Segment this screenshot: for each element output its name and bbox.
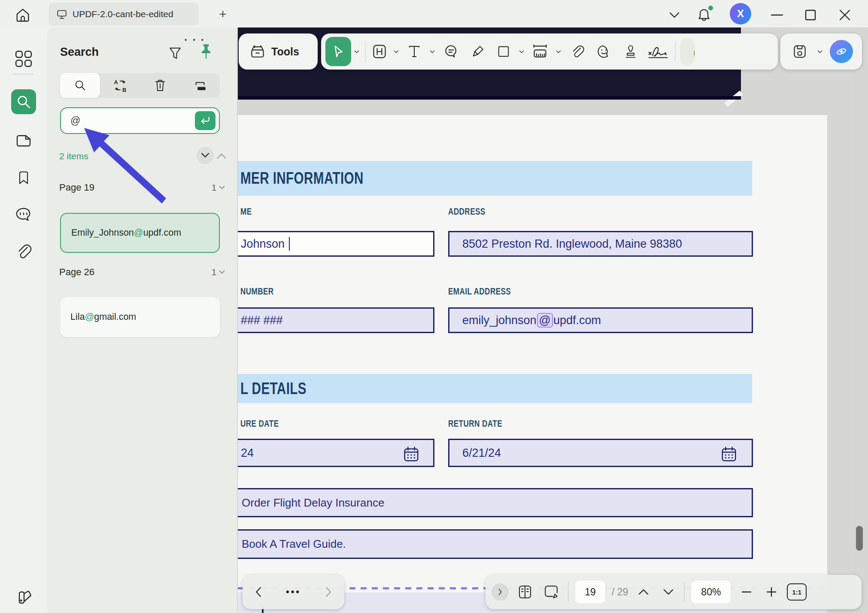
avatar-letter: X xyxy=(737,8,744,20)
document-viewport: MER INFORMATION ME ADDRESS Johnson 8502 … xyxy=(237,27,868,613)
search-panel: • • • Search A B xyxy=(47,27,237,613)
name-value: Johnson xyxy=(241,237,285,251)
result-group-header[interactable]: Page 26 1 xyxy=(59,266,225,279)
phone-field[interactable]: ### ### xyxy=(238,307,434,333)
search-result-item[interactable]: Emily_Johnson@updf.com xyxy=(60,213,220,253)
stamp-tool-button[interactable] xyxy=(617,37,644,66)
ai-assistant-button[interactable] xyxy=(830,40,853,63)
more-actions-button[interactable]: ••• xyxy=(286,580,301,604)
bookmark-icon xyxy=(16,170,31,186)
vertical-scrollbar-thumb[interactable] xyxy=(856,526,863,551)
address-label: ADDRESS xyxy=(448,206,486,217)
email-at-highlight: @ xyxy=(537,313,553,328)
tab-search[interactable] xyxy=(60,73,100,98)
chevron-down-icon xyxy=(817,50,823,54)
comment-tool-button[interactable] xyxy=(438,37,464,66)
sidebar-item-search[interactable] xyxy=(11,89,36,114)
new-tab-button[interactable]: + xyxy=(215,6,231,22)
previous-result-button[interactable] xyxy=(215,151,228,161)
tab-title: UPDF-2.0-cant-be-edited xyxy=(73,9,173,19)
home-button[interactable] xyxy=(13,5,33,25)
forward-button[interactable] xyxy=(325,580,332,604)
result-group-header[interactable]: Page 19 1 xyxy=(59,181,225,194)
pen-tool-button[interactable] xyxy=(464,37,491,66)
email-label: EMAIL ADDRESS xyxy=(448,286,511,297)
tab-delete[interactable] xyxy=(140,73,180,98)
chevron-down-icon xyxy=(354,50,360,54)
departure-date-field[interactable]: 24 xyxy=(238,439,434,467)
replace-ab-icon: A B xyxy=(113,78,127,93)
measure-tool-button[interactable] xyxy=(527,37,553,66)
filter-button[interactable] xyxy=(167,44,184,63)
actual-size-button[interactable]: 1:1 xyxy=(787,583,807,601)
shape-tool-dropdown[interactable] xyxy=(516,37,527,66)
monitor-icon xyxy=(56,9,67,20)
sidebar-item-attachments[interactable] xyxy=(11,239,36,264)
heading-tool-dropdown[interactable] xyxy=(391,37,402,66)
resources-button[interactable] xyxy=(11,585,36,610)
titlebar-expand-button[interactable] xyxy=(666,8,683,22)
collapse-bar-button[interactable] xyxy=(492,583,509,601)
save-button[interactable] xyxy=(789,37,810,66)
panel-drag-handle[interactable]: • • • xyxy=(185,36,206,43)
sidebar-item-comments[interactable] xyxy=(11,202,36,227)
zoom-in-button[interactable] xyxy=(762,580,781,604)
name-field[interactable]: Johnson xyxy=(238,231,434,257)
save-dropdown[interactable] xyxy=(814,37,826,66)
fit-label: 1:1 xyxy=(792,589,802,596)
tools-button[interactable]: Tools xyxy=(239,33,318,70)
search-result-item[interactable]: Lila@gmail.com xyxy=(60,297,220,337)
departure-date-label: URE DATE xyxy=(240,418,279,429)
minimize-button[interactable] xyxy=(768,8,786,22)
email-field[interactable]: emily_johnson@updf.com xyxy=(448,307,753,333)
sticker-tool-button[interactable] xyxy=(591,37,617,66)
zoom-out-button[interactable] xyxy=(737,580,756,604)
signature-icon xyxy=(647,44,669,59)
measure-tool-dropdown[interactable] xyxy=(553,37,564,66)
close-button[interactable] xyxy=(836,8,853,22)
zoom-level-input[interactable]: 80% xyxy=(691,580,731,604)
search-submit-button[interactable] xyxy=(195,111,215,130)
calendar-icon[interactable] xyxy=(403,446,419,462)
insurance-option-row[interactable]: Order Flight Delay Insurance xyxy=(238,488,753,517)
pen-icon xyxy=(470,44,485,59)
signature-tool-button[interactable] xyxy=(644,37,672,66)
account-avatar[interactable]: X xyxy=(730,3,751,24)
chevron-down-icon xyxy=(429,50,435,54)
pin-panel-button[interactable] xyxy=(197,44,215,63)
result-text-match: @ xyxy=(134,228,143,238)
slideshow-button[interactable] xyxy=(541,580,562,604)
bottombar-divider xyxy=(684,583,685,601)
text-tool-dropdown[interactable] xyxy=(427,37,438,66)
text-tool-button[interactable] xyxy=(402,37,427,66)
calendar-icon[interactable] xyxy=(721,446,737,462)
previous-page-button[interactable] xyxy=(634,580,653,604)
travel-guide-option-row[interactable]: Book A Travel Guide. xyxy=(238,529,753,559)
return-date-field[interactable]: 6/21/24 xyxy=(448,439,753,467)
sidebar-item-pages[interactable] xyxy=(11,127,36,152)
ellipsis-icon: ••• xyxy=(286,586,301,598)
notifications-button[interactable] xyxy=(695,8,713,22)
sidebar-item-grid[interactable] xyxy=(11,46,36,71)
back-button[interactable] xyxy=(255,580,262,604)
reading-view-button[interactable] xyxy=(515,580,535,604)
page-number-input[interactable]: 19 xyxy=(575,580,606,604)
sidebar-item-bookmarks[interactable] xyxy=(11,165,36,190)
toolbar-overflow-peek: ( xyxy=(680,38,695,65)
heading-tool-button[interactable] xyxy=(368,37,391,66)
phone-value: ### ### xyxy=(241,314,283,327)
next-result-button[interactable] xyxy=(197,147,214,164)
shape-tool-button[interactable] xyxy=(491,37,516,66)
address-field[interactable]: 8502 Preston Rd. Inglewood, Maine 98380 xyxy=(448,231,753,257)
search-input[interactable] xyxy=(70,115,186,127)
document-tab[interactable]: UPDF-2.0-cant-be-edited xyxy=(49,3,199,26)
name-label: ME xyxy=(240,206,252,217)
tab-redact[interactable] xyxy=(180,73,220,98)
filter-funnel-icon xyxy=(168,46,182,61)
select-tool-button[interactable] xyxy=(325,37,351,66)
attach-tool-button[interactable] xyxy=(564,37,591,66)
maximize-button[interactable] xyxy=(802,8,819,22)
select-tool-dropdown[interactable] xyxy=(351,37,362,66)
tab-replace[interactable]: A B xyxy=(100,73,140,98)
next-page-button[interactable] xyxy=(659,580,678,604)
